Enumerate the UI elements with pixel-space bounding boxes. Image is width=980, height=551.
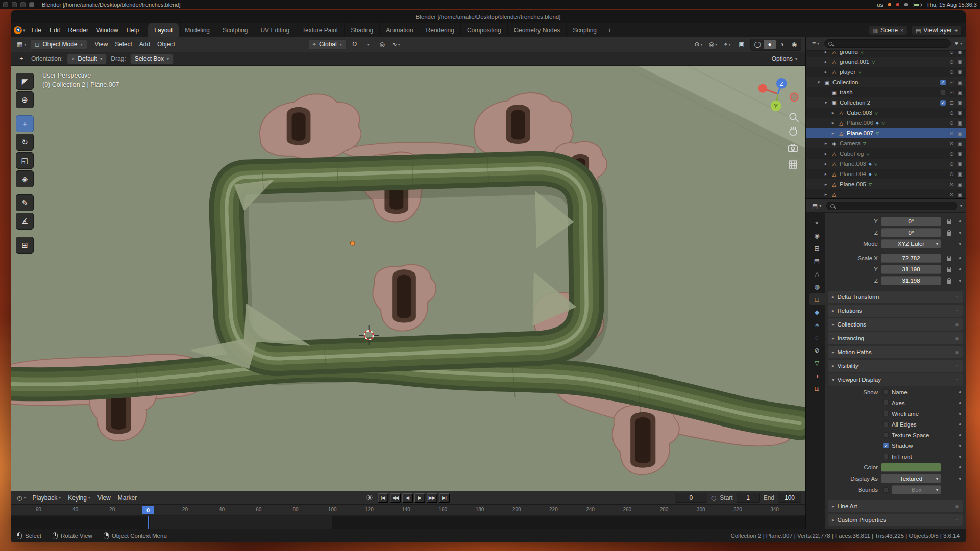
tray-icon[interactable] <box>896 3 899 6</box>
render-visibility-icon[interactable]: ▣ <box>958 131 962 136</box>
outliner-row-cube-003[interactable]: ▸△Cube.003▽⊙▣ <box>806 108 966 118</box>
expand-arrow-icon[interactable]: ▸ <box>823 192 829 197</box>
object-name[interactable]: CubeFog <box>840 151 864 157</box>
object-name[interactable]: Plane.007 <box>847 130 873 136</box>
object-name[interactable]: Collection 2 <box>840 99 870 106</box>
bounds-checkbox[interactable] <box>883 487 889 493</box>
tool-button[interactable]: ↻ <box>16 134 34 151</box>
properties-tab-particles[interactable]: ∗ <box>809 319 825 331</box>
outliner-row-ground[interactable]: ▸△ground▽⊙▣ <box>806 51 966 57</box>
animate-dot[interactable] <box>959 456 961 458</box>
proportional-edit-toggle[interactable]: ◎ <box>377 39 388 50</box>
value-field[interactable]: 0° <box>881 228 941 237</box>
transport-button[interactable]: ▶ <box>414 493 425 503</box>
lock-icon[interactable] <box>947 280 951 284</box>
new-view-layer-icon[interactable]: + <box>954 28 958 33</box>
object-name[interactable]: ground.001 <box>840 59 869 65</box>
object-name[interactable]: trash <box>840 89 853 95</box>
object-name[interactable]: Plane.003 <box>840 161 866 167</box>
outliner-row-plane-006[interactable]: ▸△Plane.006◆▽⊙▣ <box>806 118 966 128</box>
overlays-dropdown[interactable]: ◎▾ <box>707 39 719 50</box>
properties-tab-scene[interactable]: △ <box>809 268 825 280</box>
viewport-menu-item[interactable]: Select <box>111 41 135 48</box>
viewport-display-section[interactable]: ▾ Viewport Display ≡ <box>828 373 963 386</box>
animate-dot[interactable] <box>959 445 961 447</box>
properties-tab-physics[interactable]: ◌ <box>809 332 825 343</box>
gizmos-dropdown[interactable]: ⌖▾ <box>722 39 733 50</box>
transport-button[interactable]: ▶▶ <box>426 493 437 503</box>
viewport-visibility-icon[interactable]: ⊡ <box>949 90 953 95</box>
playhead-handle[interactable]: 0 <box>142 506 154 514</box>
tool-button[interactable]: ✎ <box>16 194 34 211</box>
lock-icon[interactable] <box>947 258 951 261</box>
hide-eye-icon[interactable]: ⊙ <box>949 110 953 116</box>
timeline-editor-type-button[interactable]: ◷▾ <box>15 494 28 502</box>
properties-tab-output[interactable]: ⊟ <box>809 242 825 254</box>
menu-item[interactable]: Edit <box>45 23 64 37</box>
hide-eye-icon[interactable]: ⊙ <box>949 69 953 75</box>
transport-button[interactable]: |◀ <box>377 493 388 503</box>
gizmo-x-axis[interactable] <box>758 84 767 93</box>
properties-tab-texture[interactable]: ⊞ <box>809 383 825 394</box>
drag-dropdown[interactable]: Select Box ▾ <box>130 54 174 64</box>
animate-dot[interactable] <box>959 423 961 425</box>
expand-arrow-icon[interactable]: ▸ <box>823 51 829 54</box>
render-visibility-icon[interactable]: ▣ <box>958 182 962 187</box>
wm-tag-button[interactable] <box>3 2 8 7</box>
timeline-menu-item[interactable]: View▾ <box>94 494 114 502</box>
drag-grip-icon[interactable]: ≡ <box>955 363 959 369</box>
object-name[interactable]: Plane.005 <box>840 181 866 187</box>
transport-button[interactable]: ◀◀ <box>389 493 401 503</box>
animate-dot[interactable] <box>959 232 961 234</box>
object-name[interactable]: Plane.006 <box>847 120 873 126</box>
keyboard-layout-indicator[interactable]: us <box>877 2 883 8</box>
value-field[interactable]: 31.198 <box>881 276 941 285</box>
timeline-menu-item[interactable]: Playback▾ <box>29 494 65 502</box>
hide-eye-icon[interactable]: ⊙ <box>949 151 953 157</box>
timeline-track-area[interactable] <box>11 516 805 529</box>
workspace-tab[interactable]: Shading <box>345 23 380 37</box>
drag-grip-icon[interactable]: ≡ <box>955 517 959 523</box>
viewport-menu-item[interactable]: Object <box>154 41 179 48</box>
render-visibility-icon[interactable]: ▣ <box>958 161 962 167</box>
tool-button[interactable]: ◈ <box>16 170 34 187</box>
timeline-ruler[interactable]: -60-40-200204060801001201401601802002202… <box>11 505 805 516</box>
wm-tag-button[interactable] <box>12 2 17 7</box>
hide-eye-icon[interactable]: ⊙ <box>949 120 953 126</box>
render-visibility-icon[interactable]: ▣ <box>958 69 962 75</box>
outliner-row-plane-005[interactable]: ▸△Plane.005▽⊙▣ <box>806 179 966 189</box>
animate-dot[interactable] <box>959 391 961 393</box>
outliner-row-player[interactable]: ▸△player▽⊙▣ <box>806 67 966 77</box>
render-visibility-icon[interactable]: ▣ <box>958 59 962 65</box>
checkbox[interactable] <box>883 443 889 448</box>
expand-arrow-icon[interactable]: ▸ <box>830 120 836 126</box>
workspace-tab[interactable]: Geometry Nodes <box>508 23 567 37</box>
proportional-falloff-dropdown[interactable]: ∿▾ <box>390 39 402 50</box>
shading-mode-button[interactable]: ◯ <box>751 40 764 49</box>
checkbox[interactable] <box>883 400 889 406</box>
hide-eye-icon[interactable]: ⊙ <box>949 131 953 136</box>
panel-section-collapsed[interactable]: ▸ Relations ≡ <box>828 305 963 317</box>
scene-selector[interactable]: ▥ Scene × <box>869 25 908 35</box>
render-visibility-icon[interactable]: ▣ <box>958 192 962 197</box>
transform-orientation-dropdown[interactable]: ⌖ Global ▾ <box>308 39 347 50</box>
chevron-down-icon[interactable]: ▾ <box>960 204 962 208</box>
unlink-icon[interactable]: × <box>900 28 903 33</box>
tool-button[interactable]: ⊞ <box>16 237 34 254</box>
properties-tab-tool[interactable]: ⌖ <box>809 217 825 229</box>
panel-section-collapsed[interactable]: ▸ Visibility ≡ <box>828 360 963 372</box>
bounds-dropdown[interactable]: Box▾ <box>892 485 941 494</box>
viewport-menu-item[interactable]: Add <box>136 41 154 48</box>
panel-section-collapsed[interactable]: ▸ Instancing ≡ <box>828 332 963 344</box>
drag-grip-icon[interactable]: ≡ <box>955 349 959 355</box>
shading-mode-button[interactable]: ● <box>764 40 776 49</box>
mode-dropdown[interactable]: ◻ Object Mode ▾ <box>30 39 87 50</box>
render-visibility-icon[interactable]: ▣ <box>958 90 962 95</box>
panel-section-collapsed[interactable]: ▸ Custom Properties ≡ <box>828 514 963 526</box>
transport-button[interactable]: ▶| <box>438 493 450 503</box>
menu-item[interactable]: Render <box>64 23 92 37</box>
properties-tab-object-data[interactable]: ▽ <box>809 357 825 369</box>
drag-grip-icon[interactable]: ≡ <box>955 322 959 328</box>
object-name[interactable]: Camera <box>840 140 861 146</box>
panel-section-collapsed[interactable]: ▸ Line Art ≡ <box>828 500 963 512</box>
